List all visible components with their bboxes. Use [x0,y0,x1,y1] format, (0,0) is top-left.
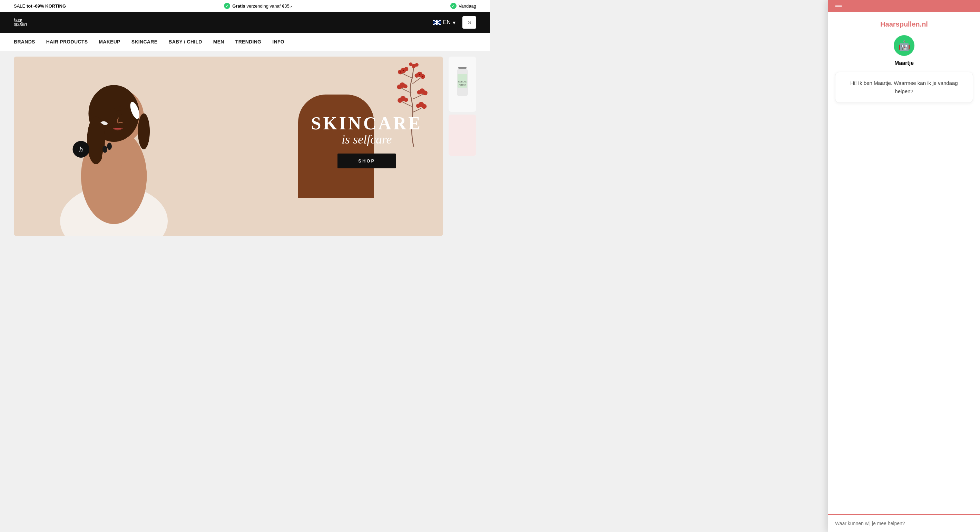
nav-baby-child[interactable]: Baby / Child [163,33,207,51]
svg-text:COLLAG: COLLAG [458,81,467,83]
nav-makeup[interactable]: Makeup [93,33,126,51]
site-header: haar spullen EN ▾ [0,12,490,33]
sale-text: SALE tot -69% KORTING [14,3,66,9]
svg-point-27 [404,98,408,102]
today-announcement: ✓ Vandaag [450,3,476,9]
chevron-down-icon: ▾ [453,19,455,26]
svg-point-37 [419,74,420,75]
product-card-2[interactable] [449,114,476,156]
svg-point-35 [403,70,404,71]
check-icon-2: ✓ [450,3,457,9]
svg-rect-38 [458,67,466,69]
nav-trending[interactable]: Trending [230,33,267,51]
search-input[interactable] [462,16,476,29]
nav-brands[interactable]: BRANDS [14,33,41,51]
language-selector[interactable]: EN ▾ [433,19,455,26]
svg-point-30 [416,104,420,108]
svg-point-7 [116,110,123,115]
nav-skincare[interactable]: Skincare [126,33,163,51]
product-card-1[interactable]: COLLAG POEDER [449,57,476,112]
svg-point-9 [102,146,107,153]
svg-point-21 [403,84,407,88]
hero-woman-illustration: h [14,57,250,236]
svg-text:h: h [79,145,83,154]
hero-banner: h [14,57,443,236]
nav-men[interactable]: Men [208,33,230,51]
site-logo[interactable]: haar spullen [14,18,27,27]
flag-uk-icon [433,20,441,25]
shipping-text: Gratis verzending vanaf €35,- [232,3,292,9]
nav-hair-products[interactable]: Hair products [41,33,94,51]
svg-point-34 [399,71,401,73]
shop-button[interactable]: SHOP [337,154,396,168]
svg-point-36 [422,76,423,77]
sidebar-products: COLLAG POEDER [449,57,476,236]
svg-text:POEDER: POEDER [458,84,466,86]
shipping-announcement: ✓ Gratis verzending vanaf €35,- [224,3,292,9]
svg-point-24 [417,91,421,95]
svg-point-15 [404,67,408,71]
announcement-bar: SALE tot -69% KORTING ✓ Gratis verzendin… [0,0,490,12]
hero-title: SKINCARE [311,113,423,133]
svg-point-32 [409,62,412,66]
svg-point-18 [415,73,419,78]
svg-point-33 [415,63,418,67]
hero-text-area: SKINCARE is selfcare SHOP [311,113,423,168]
svg-point-10 [107,143,112,150]
main-content: h [0,51,490,241]
main-nav: BRANDS Hair products Makeup Skincare Bab… [0,33,490,51]
check-icon: ✓ [224,3,230,9]
sale-announcement: SALE tot -69% KORTING [14,3,66,9]
svg-point-5 [138,113,150,149]
nav-info[interactable]: Info [267,33,290,51]
hero-subtitle: is selfcare [311,132,423,147]
